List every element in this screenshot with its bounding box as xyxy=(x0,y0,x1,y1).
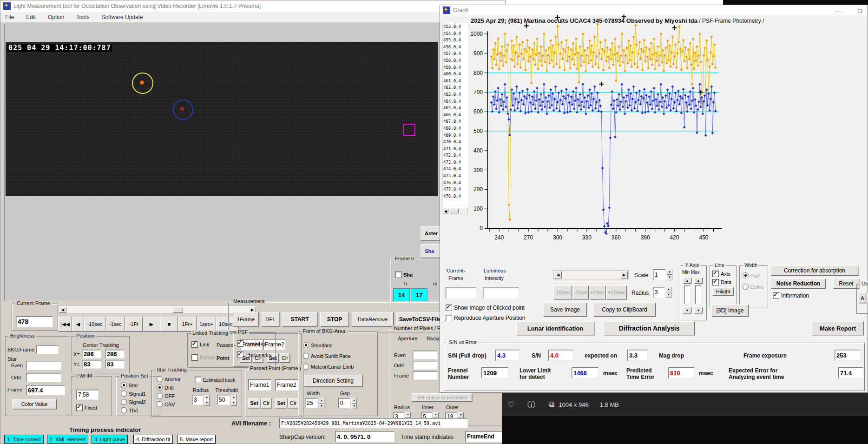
information-checkbox[interactable]: Information xyxy=(773,292,809,299)
lunar-identification-button[interactable]: Lunar Identification xyxy=(516,321,594,335)
width-part-radio[interactable]: Part xyxy=(743,272,760,278)
line-data-checkbox[interactable]: Data xyxy=(712,279,731,285)
pix-even-aperture[interactable] xyxy=(413,351,438,359)
y-center-value[interactable]: 83 xyxy=(82,360,101,369)
st-radius-spinner[interactable]: ▲▼ xyxy=(204,395,210,406)
ppbtns-set-0[interactable]: Set xyxy=(248,398,260,408)
psf-photometry-checkbox[interactable]: Photometry xyxy=(237,351,271,358)
rotate-checkbox[interactable]: Rotate xyxy=(191,354,215,361)
bkg-width-value[interactable]: 25 xyxy=(305,398,318,408)
ymin-up-button[interactable]: ▲ xyxy=(683,277,691,284)
current-frame-value[interactable]: 478 xyxy=(16,316,53,327)
link-checkbox[interactable]: Link xyxy=(191,341,209,348)
graph-scroll-left[interactable]: ◀ xyxy=(554,271,562,278)
st-radius-value[interactable]: 3 xyxy=(192,395,203,405)
pix-frame-aperture[interactable] xyxy=(413,371,438,380)
star-frame-value[interactable]: 697.4 xyxy=(26,385,65,395)
measurement-start[interactable]: START xyxy=(282,312,317,327)
bkg-standard[interactable]: Standard xyxy=(303,342,332,348)
main-title-bar[interactable]: Light Measurement tool for Occultation O… xyxy=(0,0,505,12)
ymin-slider[interactable] xyxy=(684,285,690,304)
bkg-width-spinner[interactable]: ▲▼ xyxy=(319,398,324,409)
sec-1sec[interactable]: +1Sec xyxy=(590,285,605,299)
avi-filename-value[interactable]: F:¥2025¥202450429_981_Martina¥2025-04-29… xyxy=(279,418,468,428)
passed-frame2-box[interactable]: Frame2 xyxy=(275,379,298,391)
bkg-avoid-sunlit-face[interactable]: Avoid Sunlit Face xyxy=(303,353,350,359)
playback-stop[interactable]: ■ xyxy=(160,317,178,331)
playback-minus1sec[interactable]: -1sec xyxy=(105,317,125,331)
playback-minus10sec[interactable]: -10sec xyxy=(84,317,105,331)
menu-item-edit[interactable]: Edit xyxy=(26,14,36,20)
star-tracking-csv[interactable]: CSV xyxy=(157,401,175,407)
tab-2[interactable]: 2. XML element xyxy=(47,435,88,444)
position-set-signal1[interactable]: Signal1 xyxy=(121,391,146,397)
gap-spinner[interactable]: ▲▼ xyxy=(351,398,357,409)
light-curve-plot[interactable]: 0100200300400500600700800900100024027030… xyxy=(440,5,868,256)
psf-tracking-checkbox[interactable]: Tracking xyxy=(237,340,265,347)
diffraction-analysis-button[interactable]: Diffraction Analysis xyxy=(604,321,695,335)
graph-scrollbar[interactable]: ◀ ▶ xyxy=(553,270,629,279)
object-a-button[interactable]: A xyxy=(859,293,866,303)
menu-item-software-update[interactable]: Software Update xyxy=(101,14,143,20)
playback-play[interactable]: ▶ xyxy=(143,317,160,331)
hilight-button[interactable]: Hilight xyxy=(712,287,734,296)
sec-10sec[interactable]: +10Sec xyxy=(606,285,627,299)
bkg-frame-value[interactable] xyxy=(36,345,59,354)
tab-1[interactable]: 1. Time correct xyxy=(4,435,44,444)
ymax-down-button[interactable]: ▼ xyxy=(694,307,703,313)
scale-spinner[interactable]: ▲▼ xyxy=(667,269,672,280)
image-copy-icon[interactable]: ⧉ xyxy=(548,400,554,409)
playback-back[interactable]: ◀ xyxy=(72,317,84,331)
minute-value[interactable]: 17 xyxy=(411,288,427,301)
sec-1sec[interactable]: -1Sec xyxy=(573,285,589,299)
background-aperture-square[interactable] xyxy=(403,124,415,136)
position-set-signal2[interactable]: Signal2 xyxy=(121,399,146,405)
threshold-value[interactable]: 50 xyxy=(217,395,230,405)
tab-5[interactable]: 5. Make report xyxy=(177,435,216,444)
fwhm-fixed-checkbox[interactable]: Fixed xyxy=(76,404,97,411)
width-entire-radio[interactable]: Entire xyxy=(743,284,764,290)
save-image-button[interactable]: Save Image xyxy=(543,303,587,317)
star-tracking-drift[interactable]: Drift xyxy=(157,384,174,391)
x-tracking-value[interactable]: 286 xyxy=(105,350,125,358)
video-position-thumb[interactable] xyxy=(173,306,183,313)
ltbtns-clr-3[interactable]: Clr xyxy=(280,353,290,363)
copy-clipboard-button[interactable]: Copy to ClipBoard xyxy=(593,303,656,317)
sharpcap-value[interactable]: 4. 0. 9571. 0 xyxy=(335,431,395,442)
correction-absorption-button[interactable]: Correction for absorption xyxy=(771,265,858,276)
timestamp-indicates-value[interactable]: FrameEnd xyxy=(465,431,502,442)
show-clicked-checkbox[interactable]: Show Image of Clicked point xyxy=(446,305,525,311)
measurement-savetocsv-file[interactable]: SaveToCSV-File xyxy=(396,312,444,327)
star-odd-value[interactable] xyxy=(26,373,61,382)
graph-radius-spinner[interactable]: ▲▼ xyxy=(666,287,671,298)
scroll-left-button[interactable]: ◀ xyxy=(59,306,66,313)
sec-10sec[interactable]: -10Sec xyxy=(553,285,572,299)
ymax-slider[interactable] xyxy=(695,285,702,304)
ppbtns-set-2[interactable]: Set xyxy=(275,398,287,408)
measurement-del[interactable]: DEL xyxy=(262,312,279,327)
ppbtns-clr-3[interactable]: Clr xyxy=(288,398,298,408)
star-even-value[interactable] xyxy=(26,361,61,370)
scale-value[interactable]: 1 xyxy=(653,269,666,280)
graph-radius-value[interactable]: 3 xyxy=(653,287,665,298)
gc-luminous-box[interactable] xyxy=(483,287,519,299)
line-axis-checkbox[interactable]: Axis xyxy=(712,271,730,277)
video-position-scrollbar[interactable]: ◀ ▶ xyxy=(58,305,257,314)
playback-plus1sec[interactable]: 1sec+ xyxy=(197,317,216,331)
y-tracking-value[interactable]: 83 xyxy=(105,360,125,369)
position-set-star[interactable]: Star xyxy=(121,382,138,388)
menu-item-option[interactable]: Option xyxy=(48,14,64,20)
tab-4[interactable]: 4. Diffraction tit xyxy=(133,435,173,444)
gc-current-frame-box[interactable] xyxy=(446,287,476,299)
ppbtns-clr-1[interactable]: Clr xyxy=(261,398,271,408)
graph-scroll-right[interactable]: ▶ xyxy=(620,271,628,278)
bkg-meteor-lunar-limb[interactable]: Meteor/Lunar Limb xyxy=(303,364,354,370)
playback-rewind[interactable]: |◀◀ xyxy=(58,317,72,331)
3d-image-button[interactable]: [3D] Image xyxy=(711,305,749,317)
measurement-dataremove[interactable]: DataRemove xyxy=(352,312,394,327)
heart-icon[interactable]: ♡ xyxy=(507,400,514,410)
direction-setting-button[interactable]: Direction Setting xyxy=(304,375,362,387)
threshold-spinner[interactable]: ▲▼ xyxy=(231,395,237,406)
x-center-value[interactable]: 286 xyxy=(82,350,101,358)
color-value-button[interactable]: Color Value xyxy=(12,399,57,409)
